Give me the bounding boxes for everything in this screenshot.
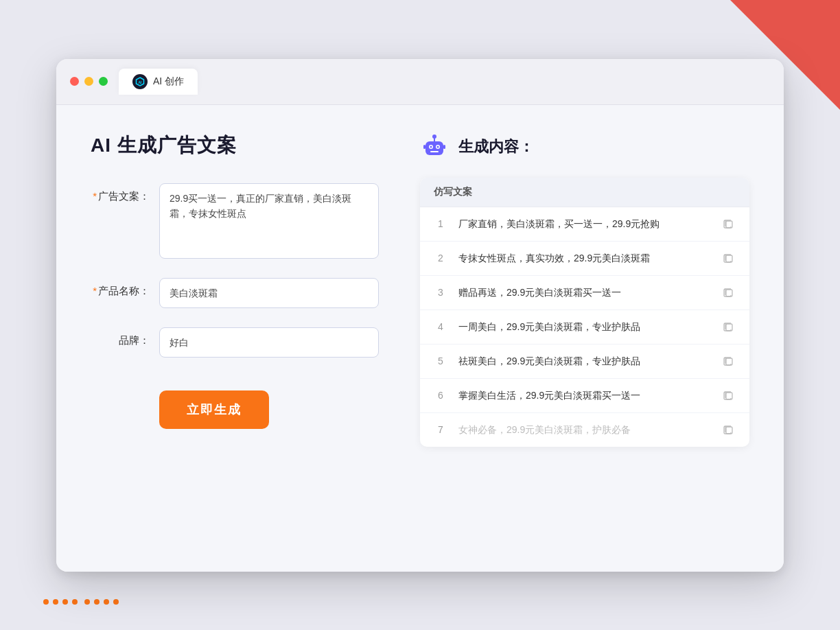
row-number: 2	[434, 253, 447, 264]
ad-copy-input[interactable]: 29.9买一送一，真正的厂家直销，美白淡斑霜，专抹女性斑点	[159, 183, 379, 259]
robot-icon	[420, 132, 449, 161]
minimize-dot[interactable]	[84, 77, 93, 86]
left-panel: AI 生成广告文案 *广告文案： 29.9买一送一，真正的厂家直销，美白淡斑霜，…	[91, 132, 379, 544]
row-text: 祛斑美白，29.9元美白淡斑霜，专业护肤品	[458, 354, 711, 369]
table-row: 3赠品再送，29.9元美白淡斑霜买一送一	[420, 276, 749, 310]
row-text: 一周美白，29.9元美白淡斑霜，专业护肤品	[458, 320, 711, 334]
svg-rect-2	[425, 141, 443, 155]
brand-input[interactable]	[159, 327, 379, 358]
row-number: 4	[434, 321, 447, 332]
browser-tab[interactable]: AI AI 创作	[119, 69, 198, 95]
product-name-required: *	[93, 285, 97, 296]
copy-icon[interactable]	[722, 388, 736, 402]
brand-group: 品牌：	[91, 327, 379, 358]
right-panel: 生成内容： 仿写文案 1厂家直销，美白淡斑霜，买一送一，29.9元抢购 2专抹女…	[420, 132, 749, 544]
row-number: 5	[434, 355, 447, 366]
copy-icon[interactable]	[722, 423, 736, 436]
table-row: 1厂家直销，美白淡斑霜，买一送一，29.9元抢购	[420, 207, 749, 242]
row-number: 6	[434, 390, 447, 401]
table-row: 5祛斑美白，29.9元美白淡斑霜，专业护肤品	[420, 345, 749, 379]
tab-title: AI 创作	[153, 75, 184, 88]
ad-copy-group: *广告文案： 29.9买一送一，真正的厂家直销，美白淡斑霜，专抹女性斑点	[91, 183, 379, 259]
row-number: 7	[434, 424, 447, 435]
row-text: 专抹女性斑点，真实功效，29.9元美白淡斑霜	[458, 251, 711, 266]
result-rows-container: 1厂家直销，美白淡斑霜，买一送一，29.9元抢购 2专抹女性斑点，真实功效，29…	[420, 207, 749, 447]
svg-point-6	[437, 145, 439, 148]
page-title: AI 生成广告文案	[91, 132, 379, 159]
result-table: 仿写文案 1厂家直销，美白淡斑霜，买一送一，29.9元抢购 2专抹女性斑点，真实…	[420, 178, 749, 447]
copy-icon[interactable]	[722, 354, 736, 368]
copy-icon[interactable]	[722, 251, 736, 265]
svg-rect-11	[443, 145, 445, 149]
copy-icon[interactable]	[722, 217, 736, 231]
product-name-group: *产品名称：	[91, 278, 379, 308]
brand-label: 品牌：	[91, 327, 159, 347]
main-content: AI 生成广告文案 *广告文案： 29.9买一送一，真正的厂家直销，美白淡斑霜，…	[56, 105, 784, 572]
row-text: 厂家直销，美白淡斑霜，买一送一，29.9元抢购	[458, 217, 711, 231]
generate-button[interactable]: 立即生成	[159, 390, 269, 429]
row-text: 女神必备，29.9元美白淡斑霜，护肤必备	[458, 423, 711, 437]
svg-text:AI: AI	[139, 80, 143, 84]
result-header: 生成内容：	[420, 132, 749, 161]
result-title: 生成内容：	[458, 137, 534, 157]
browser-window: AI AI 创作 AI 生成广告文案 *广告文案： 29.9买一送一，真正的厂家…	[56, 59, 784, 572]
row-number: 1	[434, 218, 447, 229]
product-name-label: *产品名称：	[91, 278, 159, 298]
table-row: 2专抹女性斑点，真实功效，29.9元美白淡斑霜	[420, 242, 749, 276]
row-text: 赠品再送，29.9元美白淡斑霜买一送一	[458, 285, 711, 300]
svg-point-9	[432, 135, 436, 139]
copy-icon[interactable]	[722, 320, 736, 334]
product-name-input[interactable]	[159, 278, 379, 308]
copy-icon[interactable]	[722, 285, 736, 299]
row-text: 掌握美白生活，29.9元美白淡斑霜买一送一	[458, 388, 711, 403]
svg-point-5	[430, 145, 432, 148]
close-dot[interactable]	[70, 77, 79, 86]
title-bar: AI AI 创作	[56, 59, 784, 105]
table-row: 7女神必备，29.9元美白淡斑霜，护肤必备	[420, 413, 749, 447]
svg-rect-10	[423, 145, 425, 149]
ai-tab-icon: AI	[132, 74, 148, 89]
ad-copy-label: *广告文案：	[91, 183, 159, 203]
ad-copy-required: *	[93, 190, 97, 202]
maximize-dot[interactable]	[99, 77, 108, 86]
svg-rect-7	[430, 151, 439, 152]
table-header: 仿写文案	[420, 178, 749, 207]
bg-decoration-dots	[41, 597, 121, 609]
table-row: 4一周美白，29.9元美白淡斑霜，专业护肤品	[420, 310, 749, 345]
table-row: 6掌握美白生活，29.9元美白淡斑霜买一送一	[420, 379, 749, 413]
traffic-lights	[70, 77, 108, 86]
row-number: 3	[434, 287, 447, 298]
